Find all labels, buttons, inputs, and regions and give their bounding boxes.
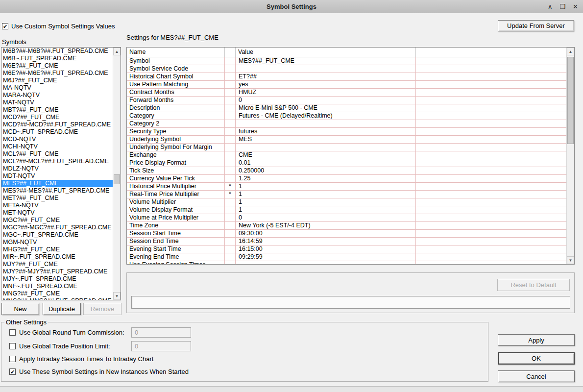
settings-row[interactable]: Currency Value Per Tick1.25: [127, 175, 566, 183]
symbol-list-item[interactable]: MES?##-MES?##.FUT_SPREAD.CME: [1, 187, 113, 195]
symbol-list-item[interactable]: MCL?##-MCL?##.FUT_SPREAD.CME: [1, 158, 113, 165]
symbol-list-item[interactable]: MCD-NQTV: [1, 136, 113, 143]
settings-row[interactable]: DescriptionMicro E-Mini S&P 500 - CME: [127, 104, 566, 112]
close-icon[interactable]: ✕: [573, 3, 578, 10]
global-trade-position-limit-input[interactable]: [131, 341, 191, 351]
settings-row[interactable]: Security Typefutures: [127, 128, 566, 136]
apply-intraday-session-times-label: Apply Intraday Session Times To Intraday…: [19, 355, 153, 363]
symbol-list-item[interactable]: MJY?##_FUT_CME: [1, 261, 113, 268]
minimize-icon[interactable]: ∧: [548, 3, 553, 10]
settings-row[interactable]: Session Start Time09:30:00: [127, 230, 566, 238]
symbol-list-item[interactable]: MGC?##-MGC?##.FUT_SPREAD.CME: [1, 224, 113, 231]
symbol-list-item[interactable]: MCD?##_FUT_CME: [1, 114, 113, 121]
settings-cell-value: 1: [236, 198, 416, 206]
apply-button[interactable]: Apply: [498, 334, 575, 346]
symbol-list-item[interactable]: MDLZ-NQTV: [1, 165, 113, 172]
symbol-list-item[interactable]: MCL?##_FUT_CME: [1, 150, 113, 158]
settings-row[interactable]: Underlying SymbolMES: [127, 136, 566, 144]
settings-row[interactable]: CategoryFutures - CME (Delayed/Realtime): [127, 112, 566, 120]
settings-cell-filler: [416, 167, 566, 174]
settings-row[interactable]: Contract MonthsHMUZ: [127, 89, 566, 97]
symbol-list-item[interactable]: MA-NQTV: [1, 84, 113, 92]
settings-row[interactable]: Volume Display Format1: [127, 206, 566, 214]
symbol-list-item[interactable]: MES?##_FUT_CME: [1, 180, 113, 187]
symbol-list-item[interactable]: MCD?##-MCD?##.FUT_SPREAD.CME: [1, 121, 113, 128]
settings-row[interactable]: Tick Size0.250000: [127, 167, 566, 175]
settings-row[interactable]: Evening Start Time16:15:00: [127, 245, 566, 253]
new-button[interactable]: New: [1, 303, 39, 315]
apply-intraday-session-times-checkbox[interactable]: [9, 356, 16, 362]
symbol-list-item[interactable]: MGC~.FUT_SPREAD.CME: [1, 231, 113, 239]
settings-row[interactable]: Volume at Price Multiplier0: [127, 214, 566, 222]
symbol-list-item[interactable]: MBT?##_FUT_CME: [1, 106, 113, 114]
symbol-list-item[interactable]: M6B~.FUT_SPREAD.CME: [1, 55, 113, 62]
settings-row[interactable]: Price Display Format0.01: [127, 159, 566, 167]
settings-row[interactable]: Underlying Symbol For Margin: [127, 144, 566, 151]
symbol-list-item[interactable]: MNF~.FUT_SPREAD.CME: [1, 283, 113, 290]
settings-cell-filler: [416, 159, 566, 167]
settings-row[interactable]: Use Evening Session Times: [127, 261, 566, 264]
symbol-list-item[interactable]: MET?##_FUT_CME: [1, 195, 113, 202]
titlebar[interactable]: Symbol Settings ∧ ❒ ✕: [0, 0, 583, 13]
use-settings-in-new-instances-checkbox[interactable]: ✔: [9, 368, 16, 375]
symbol-list-item[interactable]: MJY~.FUT_SPREAD.CME: [1, 275, 113, 283]
symbol-list-item[interactable]: M6E?##_FUT_CME: [1, 62, 113, 70]
scrollbar-thumb[interactable]: [114, 174, 120, 184]
ok-button[interactable]: OK: [498, 352, 575, 365]
symbol-list-item[interactable]: MGM-NQTV: [1, 239, 113, 246]
settings-row[interactable]: SymbolMES?##_FUT_CME: [127, 57, 566, 65]
settings-cell-value: HMUZ: [236, 89, 416, 96]
scroll-down-icon[interactable]: ▼: [113, 292, 121, 300]
symbol-list-item[interactable]: MIR~.FUT_SPREAD.CME: [1, 253, 113, 261]
maximize-icon[interactable]: ❒: [559, 3, 565, 10]
column-header-name[interactable]: Name: [127, 48, 225, 57]
duplicate-button[interactable]: Duplicate: [43, 303, 81, 315]
settings-row[interactable]: Historical Price Multiplier*1: [127, 183, 566, 191]
settings-row[interactable]: Session End Time16:14:59: [127, 238, 566, 245]
symbol-list-item[interactable]: MET-NQTV: [1, 209, 113, 217]
use-custom-settings-checkbox[interactable]: ✔: [2, 23, 8, 29]
settings-row[interactable]: Historical Chart SymbolET?##: [127, 73, 566, 81]
settings-row[interactable]: Use Pattern Matchingyes: [127, 81, 566, 89]
symbol-list-item[interactable]: M6B?##-M6B?##.FUT_SPREAD.CME: [1, 48, 113, 55]
symbol-list-item[interactable]: M6J?##_FUT_CME: [1, 77, 113, 84]
global-trade-position-limit-checkbox[interactable]: [9, 343, 16, 349]
global-round-turn-commission-checkbox[interactable]: [9, 329, 16, 336]
symbol-list-item[interactable]: MCHI-NQTV: [1, 143, 113, 150]
symbol-list-item[interactable]: MHG?##_FUT_CME: [1, 246, 113, 253]
symbol-list-item[interactable]: MGC?##_FUT_CME: [1, 217, 113, 224]
settings-row[interactable]: Time ZoneNew York (-5 EST/-4 EDT): [127, 222, 566, 230]
settings-row[interactable]: Category 2: [127, 120, 566, 128]
settings-row[interactable]: Volume Multiplier1: [127, 198, 566, 206]
settings-cell-value: 1: [236, 183, 416, 190]
symbol-list-item[interactable]: MCD~.FUT_SPREAD.CME: [1, 128, 113, 136]
scroll-down-icon[interactable]: ▼: [567, 256, 574, 264]
cancel-button[interactable]: Cancel: [498, 370, 575, 382]
symbol-list-item[interactable]: MAT-NQTV: [1, 99, 113, 106]
value-edit-field[interactable]: [131, 296, 570, 309]
global-round-turn-commission-input[interactable]: [131, 327, 191, 338]
settings-cell-name: Category: [127, 112, 225, 120]
symbol-list-item[interactable]: MNG?##_FUT_CME: [1, 290, 113, 297]
symbols-scrollbar[interactable]: ▲ ▼: [113, 48, 121, 300]
symbol-list-item[interactable]: META-NQTV: [1, 202, 113, 209]
settings-row[interactable]: Forward Months0: [127, 97, 566, 104]
settings-row[interactable]: Real-Time Price Multiplier*1: [127, 191, 566, 198]
settings-cell-filler: [416, 128, 566, 135]
symbol-list-item[interactable]: MNG?##-MNG?##.FUT_SPREAD.CME: [1, 297, 113, 300]
symbol-list-item[interactable]: MDT-NQTV: [1, 172, 113, 180]
symbol-list-item[interactable]: M6E?##-M6E?##.FUT_SPREAD.CME: [1, 70, 113, 77]
settings-cell-flag: [225, 112, 236, 120]
column-header-value[interactable]: Value: [236, 48, 416, 57]
settings-scrollbar[interactable]: ▲ ▼: [566, 48, 574, 264]
symbol-list-item[interactable]: MARA-NQTV: [1, 92, 113, 99]
scroll-up-icon[interactable]: ▲: [113, 48, 121, 55]
update-from-server-button[interactable]: Update From Server: [498, 20, 574, 31]
scroll-up-icon[interactable]: ▲: [567, 48, 574, 55]
settings-row[interactable]: Evening End Time09:29:59: [127, 253, 566, 261]
settings-row[interactable]: Symbol Service Code: [127, 65, 566, 73]
settings-row[interactable]: ExchangeCME: [127, 151, 566, 159]
symbol-list-item[interactable]: MJY?##-MJY?##.FUT_SPREAD.CME: [1, 268, 113, 275]
scrollbar-thumb[interactable]: [567, 57, 574, 144]
settings-cell-name: Security Type: [127, 128, 225, 135]
